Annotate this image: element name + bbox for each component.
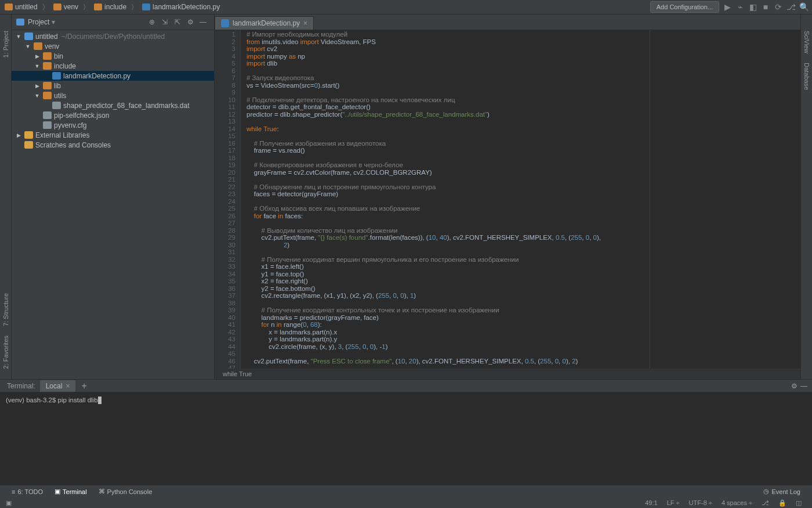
collapse-icon[interactable]: ⇱ [173,17,182,27]
status-encoding[interactable]: UTF-8 ÷ [684,499,717,506]
tree-item[interactable]: ▶lib [12,81,214,91]
project-label: Project [28,18,49,26]
tree-item[interactable]: ▼include [12,61,214,71]
lock-icon[interactable]: 🔒 [774,499,791,507]
hide-icon[interactable]: — [198,17,208,27]
tab-file[interactable]: landmarkDetection.py × [215,16,314,30]
hide-icon[interactable]: — [800,382,810,390]
breadcrumb-item[interactable]: venv [52,3,79,11]
tab-label: landmarkDetection.py [233,19,300,27]
search-icon[interactable]: 🔍 [799,2,809,12]
editor-tabs: landmarkDetection.py × [215,15,800,30]
status-caret-pos[interactable]: 49:1 [640,499,662,506]
project-sidebar: Project ▾ ⊕ ⇲ ⇱ ⚙ — ▼untitled~/Documents… [12,15,215,379]
tree-item[interactable]: Scratches and Consoles [12,140,214,150]
editor-breadcrumb[interactable]: while True [215,369,800,379]
bottom-tool-bar: ≡6: TODO ▣Terminal ⌘Python Console ◷Even… [0,485,812,498]
gear-icon[interactable]: ⚙ [791,382,800,390]
left-tool-rail: 1: Project 7: Structure 2: Favorites [0,15,12,379]
terminal-tab-local[interactable]: Local × [40,380,76,392]
terminal-body[interactable]: (venv) bash-3.2$ pip install dlib [0,392,812,485]
tree-item[interactable]: ▼venv [12,41,214,51]
tree-item[interactable]: ▼untitled~/Documents/Dev/Python/untitled [12,31,214,41]
breadcrumb-item[interactable]: untitled [3,3,39,11]
add-terminal-button[interactable]: + [75,381,92,391]
locate-icon[interactable]: ⊕ [147,17,157,27]
tool-window-icon[interactable]: ▣ [6,499,12,507]
tree-item[interactable]: ▶bin [12,51,214,61]
stop-icon[interactable]: ■ [761,2,770,12]
vcs-icon[interactable]: ⎇ [786,2,796,12]
line-gutter[interactable]: 1234567891011121314151617181920212223242… [215,30,241,369]
gear-icon[interactable]: ⚙ [186,17,195,27]
project-icon [16,19,24,26]
breadcrumb-item[interactable]: landmarkDetection.py [141,3,221,11]
rail-database[interactable]: Database [803,58,810,95]
todo-button[interactable]: ≡6: TODO [6,488,49,495]
right-tool-rail: SciView Database [800,15,812,379]
terminal-cursor [98,397,102,404]
tree-item[interactable]: pyvenv.cfg [12,120,214,130]
terminal-line: (venv) bash-3.2$ pip install dlib [6,397,98,403]
tree-item[interactable]: ▶External Libraries [12,130,214,140]
add-configuration-button[interactable]: Add Configuration... [650,1,719,13]
rail-project[interactable]: 1: Project [2,26,9,62]
tree-item[interactable]: landmarkDetection.py [12,71,214,81]
navigation-bar: untitled〉venv〉include〉landmarkDetection.… [0,0,812,15]
close-icon[interactable]: × [303,19,307,27]
status-indent[interactable]: 4 spaces ÷ [717,499,757,506]
right-margin-line [650,30,650,369]
tree-item[interactable]: ▼utils [12,91,214,100]
run-icon[interactable]: ▶ [723,2,732,12]
memory-icon[interactable]: ◫ [791,499,806,507]
git-branch-icon[interactable]: ⎇ [757,499,774,507]
python-console-button[interactable]: ⌘Python Console [93,488,158,495]
rail-favorites[interactable]: 2: Favorites [2,331,9,373]
debug-icon[interactable]: ⌁ [735,2,745,12]
terminal-button[interactable]: ▣Terminal [49,488,93,495]
status-line-ending[interactable]: LF ÷ [662,499,684,506]
tree-item[interactable]: shape_predictor_68_face_landmarks.dat [12,100,214,110]
project-tool-header: Project ▾ ⊕ ⇲ ⇱ ⚙ — [12,15,214,30]
update-icon[interactable]: ⟳ [774,2,783,12]
chevron-down-icon[interactable]: ▾ [52,18,55,26]
project-tree[interactable]: ▼untitled~/Documents/Dev/Python/untitled… [12,30,214,379]
terminal-label: Terminal: [2,382,40,390]
rail-sciview[interactable]: SciView [803,26,810,58]
close-icon[interactable]: × [66,382,70,390]
python-file-icon [221,19,229,27]
rail-structure[interactable]: 7: Structure [2,289,9,331]
editor-pane: landmarkDetection.py × 12345678910111213… [215,15,800,379]
event-log-button[interactable]: ◷Event Log [757,488,806,495]
breadcrumb-item[interactable]: include [93,3,128,11]
status-bar: ▣ 49:1 LF ÷ UTF-8 ÷ 4 spaces ÷ ⎇ 🔒 ◫ [0,498,812,508]
tree-item[interactable]: pip-selfcheck.json [12,110,214,120]
code-editor[interactable]: # Импорт необходимых модулейfrom imutils… [241,30,800,369]
breadcrumb[interactable]: untitled〉venv〉include〉landmarkDetection.… [3,3,221,12]
terminal-panel: Terminal: Local × + ⚙ — (venv) bash-3.2$… [0,379,812,485]
coverage-icon[interactable]: ◧ [748,2,757,12]
expand-icon[interactable]: ⇲ [160,17,169,27]
